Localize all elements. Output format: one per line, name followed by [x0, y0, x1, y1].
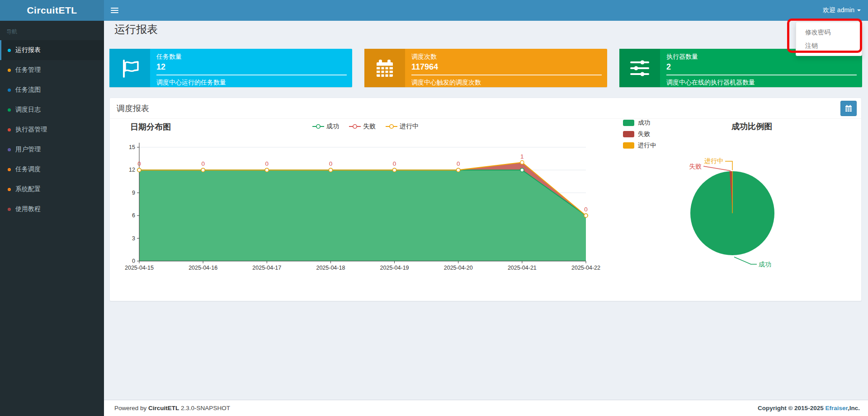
panel-title: 调度报表	[117, 98, 149, 119]
footer: Powered by CircuitETL 2.3.0-SNAPSHOT Cop…	[104, 400, 868, 416]
sidebar-item-job-flow[interactable]: 任务流图	[0, 80, 104, 100]
sidebar-item-label: 任务流图	[15, 86, 41, 94]
info-box-description: 调度中心在线的执行器机器数量	[666, 79, 857, 87]
sidebar-item-label: 任务管理	[15, 66, 41, 74]
svg-text:0: 0	[329, 160, 333, 167]
sidebar-item-label: 使用教程	[15, 205, 41, 213]
chevron-down-icon	[857, 9, 861, 11]
svg-text:2025-04-17: 2025-04-17	[252, 265, 281, 271]
svg-text:15: 15	[129, 144, 135, 150]
svg-text:失败: 失败	[689, 163, 702, 170]
change-password-menu-item[interactable]: 修改密码	[796, 25, 862, 39]
date-distribution-chart: 036912152025-04-152025-04-162025-04-1720…	[113, 136, 620, 272]
info-box-value: 12	[156, 62, 347, 72]
user-menu-trigger[interactable]: 欢迎 admin	[823, 0, 861, 21]
footer-brand: CircuitETL	[148, 405, 179, 411]
info-box-divider	[156, 75, 347, 75]
legend-label: 进行中	[400, 122, 419, 131]
sidebar-item-executor-manage[interactable]: 执行器管理	[0, 120, 104, 140]
line-chart-legend: 成功 失败 进行中	[312, 122, 419, 131]
circle-icon	[8, 128, 11, 131]
sliders-icon	[619, 49, 660, 87]
legend-swatch	[623, 120, 634, 126]
hamburger-icon	[111, 8, 118, 9]
sidebar-item-label: 运行报表	[15, 46, 41, 54]
svg-text:2025-04-21: 2025-04-21	[508, 265, 537, 271]
calendar-icon	[845, 105, 852, 112]
schedule-report-panel: 调度报表 日期分布图	[109, 98, 862, 301]
svg-text:2025-04-20: 2025-04-20	[444, 265, 473, 271]
circle-icon	[8, 89, 11, 92]
date-range-button[interactable]	[840, 101, 857, 116]
user-dropdown-menu: 修改密码 注销	[796, 22, 862, 56]
sidebar-nav-label: 导航	[0, 21, 104, 40]
sidebar-item-user-manage[interactable]: 用户管理	[0, 140, 104, 159]
svg-text:0: 0	[584, 206, 588, 213]
circle-icon	[8, 49, 11, 52]
svg-text:0: 0	[265, 160, 269, 167]
circle-icon	[8, 148, 11, 151]
info-box-label: 调度次数	[411, 53, 602, 61]
sidebar-item-label: 执行器管理	[15, 126, 47, 134]
sidebar-item-label: 任务调度	[15, 165, 41, 173]
sidebar-item-schedule-log[interactable]: 调度日志	[0, 100, 104, 120]
panel-header: 调度报表	[110, 98, 861, 119]
sidebar-item-job-manage[interactable]: 任务管理	[0, 60, 104, 80]
svg-text:0: 0	[201, 160, 205, 167]
sidebar-item-tutorial[interactable]: 使用教程	[0, 199, 104, 219]
info-box-trigger-count: 调度次数 117964 调度中心触发的调度次数	[364, 49, 607, 87]
logout-menu-item[interactable]: 注销	[796, 39, 862, 52]
hamburger-icon	[111, 12, 118, 13]
sidebar-item-run-report[interactable]: 运行报表	[0, 40, 104, 60]
sidebar-item-label: 调度日志	[15, 106, 41, 114]
sidebar-item-job-schedule[interactable]: 任务调度	[0, 159, 104, 179]
legend-label: 成功	[326, 122, 339, 131]
welcome-label: 欢迎 admin	[823, 6, 854, 14]
svg-text:3: 3	[132, 235, 135, 242]
legend-item-success[interactable]: 成功	[623, 119, 656, 127]
footer-version: 2.3.0-SNAPSHOT	[181, 405, 230, 411]
info-box-description: 调度中心运行的任务数量	[156, 79, 347, 87]
sidebar: 导航 运行报表 任务管理 任务流图 调度日志 执行器管理 用户管理 任务调度 系…	[0, 21, 104, 416]
svg-text:6: 6	[132, 212, 135, 219]
svg-text:12: 12	[129, 167, 135, 173]
svg-text:2025-04-18: 2025-04-18	[316, 265, 345, 271]
sidebar-item-label: 用户管理	[15, 145, 41, 154]
info-box-value: 117964	[411, 62, 602, 72]
svg-text:2025-04-19: 2025-04-19	[380, 265, 409, 271]
legend-label: 成功	[638, 119, 650, 127]
top-navbar: CircuitETL 欢迎 admin	[0, 0, 868, 21]
circle-icon	[8, 168, 11, 171]
info-box-divider	[411, 75, 602, 75]
company-link[interactable]: Efraiser	[825, 405, 848, 411]
success-ratio-pie-chart: 进行中失败成功	[623, 131, 863, 280]
info-box-description: 调度中心触发的调度次数	[411, 79, 602, 87]
sidebar-item-system-config[interactable]: 系统配置	[0, 179, 104, 199]
info-box-job-count: 任务数量 12 调度中心运行的任务数量	[109, 49, 352, 87]
company-suffix: ,Inc.	[848, 405, 860, 411]
circle-icon	[8, 208, 11, 211]
info-box-label: 任务数量	[156, 53, 347, 61]
sidebar-item-label: 系统配置	[15, 185, 41, 193]
line-chart-title: 日期分布图	[130, 122, 171, 132]
svg-text:0: 0	[132, 258, 135, 264]
footer-powered-by: Powered by CircuitETL 2.3.0-SNAPSHOT	[114, 400, 230, 416]
app-logo[interactable]: CircuitETL	[0, 0, 104, 21]
content-area: 运行报表 任务数量 12 调度中心运行的任务数量	[104, 21, 868, 400]
svg-text:0: 0	[393, 160, 396, 167]
info-box-value: 2	[666, 62, 857, 72]
svg-text:0: 0	[137, 160, 141, 167]
footer-copyright: Copyright © 2015-2025 Efraiser,Inc.	[758, 400, 860, 416]
legend-item-running[interactable]: 进行中	[386, 122, 419, 131]
sidebar-toggle-button[interactable]	[104, 0, 125, 21]
svg-text:成功: 成功	[759, 261, 771, 268]
info-box-divider	[666, 75, 857, 75]
calendar-icon	[364, 49, 405, 87]
svg-text:2025-04-16: 2025-04-16	[189, 265, 217, 271]
svg-text:进行中: 进行中	[704, 157, 723, 164]
legend-item-fail[interactable]: 失败	[349, 122, 376, 131]
legend-item-success[interactable]: 成功	[312, 122, 339, 131]
legend-label: 失败	[363, 122, 376, 131]
pie-chart-title: 成功比例图	[707, 121, 797, 132]
flag-icon	[109, 49, 150, 87]
